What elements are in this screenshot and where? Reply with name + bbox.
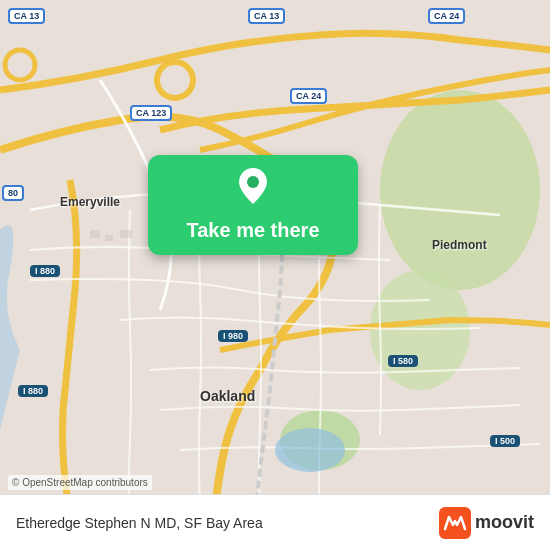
location-pin-icon bbox=[239, 168, 267, 211]
moovit-logo-icon bbox=[439, 507, 471, 539]
location-title: Etheredge Stephen N MD, SF Bay Area bbox=[16, 515, 263, 531]
map-container: CA 13 CA 13 CA 24 CA 24 CA 123 80 I 880 … bbox=[0, 0, 550, 550]
svg-rect-7 bbox=[90, 230, 100, 238]
route-badge-ca24-top: CA 24 bbox=[428, 8, 465, 24]
route-badge-ca13-top: CA 13 bbox=[248, 8, 285, 24]
route-badge-i980: I 980 bbox=[218, 330, 248, 342]
moovit-brand-text: moovit bbox=[475, 512, 534, 533]
svg-rect-9 bbox=[120, 230, 132, 238]
map-attribution: © OpenStreetMap contributors bbox=[8, 475, 152, 490]
route-badge-ca123: CA 123 bbox=[130, 105, 172, 121]
route-badge-ca24-mid: CA 24 bbox=[290, 88, 327, 104]
svg-point-10 bbox=[247, 176, 259, 188]
take-me-there-button[interactable]: Take me there bbox=[148, 155, 358, 255]
cta-button-label: Take me there bbox=[186, 219, 319, 242]
place-label-emeryville: Emeryville bbox=[60, 195, 120, 209]
svg-point-6 bbox=[275, 428, 345, 472]
svg-point-1 bbox=[380, 90, 540, 290]
map-background bbox=[0, 0, 550, 550]
route-badge-i880-bot: I 880 bbox=[18, 385, 48, 397]
bottom-bar: Etheredge Stephen N MD, SF Bay Area moov… bbox=[0, 494, 550, 550]
route-badge-ca13-left: CA 13 bbox=[8, 8, 45, 24]
route-badge-i580: I 580 bbox=[388, 355, 418, 367]
route-badge-i880-top: I 880 bbox=[30, 265, 60, 277]
route-badge-i500: I 500 bbox=[490, 435, 520, 447]
place-label-piedmont: Piedmont bbox=[432, 238, 487, 252]
route-badge-ca1: 80 bbox=[2, 185, 24, 201]
svg-rect-8 bbox=[105, 235, 113, 241]
place-label-oakland: Oakland bbox=[200, 388, 255, 404]
moovit-logo: moovit bbox=[439, 507, 534, 539]
